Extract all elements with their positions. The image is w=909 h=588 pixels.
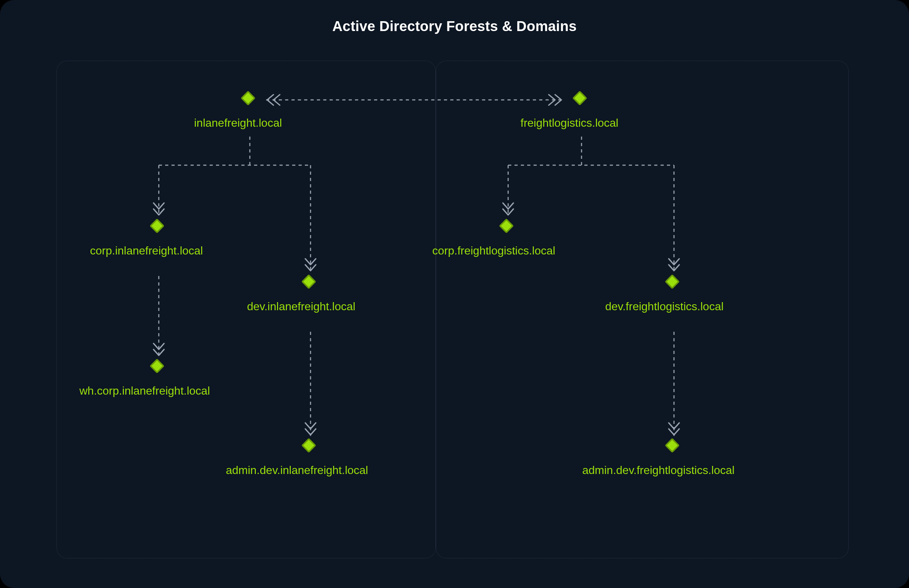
diamond-icon	[572, 91, 587, 105]
domain-node-dev-left	[304, 276, 318, 291]
domain-node-admin-dev-left	[304, 440, 318, 454]
diagram-card: Active Directory Forests & Domains	[0, 0, 909, 588]
domain-label: wh.corp.inlanefreight.local	[79, 384, 210, 397]
domain-label: dev.inlanefreight.local	[247, 300, 355, 313]
diamond-icon	[499, 218, 514, 233]
diamond-icon	[301, 274, 316, 289]
diamond-icon	[665, 274, 680, 289]
domain-node-wh-left	[152, 361, 166, 375]
diamond-icon	[150, 359, 165, 373]
diamond-icon	[241, 91, 255, 105]
domain-label: dev.freightlogistics.local	[605, 300, 724, 313]
domain-label: inlanefreight.local	[194, 116, 282, 129]
diamond-icon	[665, 438, 680, 453]
domain-label: freightlogistics.local	[520, 116, 618, 129]
domain-label: corp.inlanefreight.local	[90, 244, 203, 257]
domain-label: admin.dev.inlanefreight.local	[226, 464, 368, 477]
forest-panel-inlanefreight	[57, 61, 436, 558]
domain-node-root-right	[575, 93, 589, 107]
domain-label: admin.dev.freightlogistics.local	[582, 464, 735, 477]
diagram-title: Active Directory Forests & Domains	[0, 18, 909, 34]
domain-node-root-left	[243, 93, 257, 107]
domain-node-corp-left	[152, 221, 166, 235]
diamond-icon	[301, 438, 316, 453]
domain-node-admin-dev-right	[667, 440, 681, 454]
domain-node-dev-right	[667, 276, 681, 291]
domain-label: corp.freightlogistics.local	[432, 244, 555, 257]
domain-node-corp-right	[501, 221, 515, 235]
diamond-icon	[150, 218, 165, 233]
